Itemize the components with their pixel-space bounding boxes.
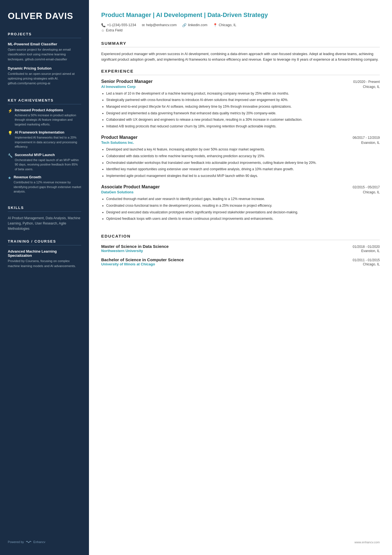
project-desc: Contributed to an open-source project ai… <box>8 71 81 86</box>
contact-row: 📞 +1-(234)-555-1234 ✉ help@enhancv.com 🔗… <box>101 23 380 27</box>
extra-field-text: Extra Field <box>106 28 123 32</box>
phone-icon: 📞 <box>101 23 106 27</box>
achievement-desc: Implemented AI frameworks that led to a … <box>15 135 81 149</box>
experience-title: EXPERIENCE <box>101 69 380 75</box>
star-extra-icon: ☆ <box>101 28 105 33</box>
edu-dates: 01/2018 - 01/2020 <box>353 245 380 249</box>
footer-url: www.enhancv.com <box>354 541 380 544</box>
exp-bullets: Conducted thorough market and user resea… <box>101 196 380 221</box>
summary-section: SUMMARY Experienced product manager with… <box>101 41 380 63</box>
edu-degree: Bachelor of Science in Computer Science <box>101 257 184 262</box>
achievement-title: Successful MVP Launch <box>15 153 81 157</box>
education-entry: Bachelor of Science in Computer Science … <box>101 257 380 266</box>
linkedin-icon: 🔗 <box>182 23 187 27</box>
contact-phone: 📞 +1-(234)-555-1234 <box>101 23 136 27</box>
edu-header: Bachelor of Science in Computer Science … <box>101 257 380 262</box>
achievements-title: KEY ACHIEVEMENTS <box>8 98 81 104</box>
training-section: TRAINING / COURSES Advanced Machine Lear… <box>8 239 81 272</box>
location-icon: 📍 <box>213 23 217 27</box>
edu-dates: 01/2011 - 01/2015 <box>353 258 380 262</box>
exp-header: Product Manager 06/2017 - 12/2019 <box>101 135 380 140</box>
list-item: Dynamic Pricing Solution Contributed to … <box>8 66 81 86</box>
list-item: Collaborated with data scientists to ref… <box>106 154 380 159</box>
exp-sub: DataGen Solutions Chicago, IL <box>101 190 380 194</box>
exp-sub: AI Innovations Corp Chicago, IL <box>101 85 380 89</box>
email-icon: ✉ <box>142 23 145 27</box>
exp-location: Evanston, IL <box>361 141 380 145</box>
resume-header: Product Manager | AI Development | Data-… <box>101 11 380 35</box>
edu-location: Chicago, IL <box>363 262 380 266</box>
training-title: TRAINING / COURSES <box>8 239 81 245</box>
list-item: 💡 AI Framework Implementation Implemente… <box>8 130 81 149</box>
edu-school: University of Illinois at Chicago <box>101 262 155 266</box>
contact-email: ✉ help@enhancv.com <box>142 23 177 27</box>
enhancv-logo-icon <box>26 540 32 544</box>
project-title: Dynamic Pricing Solution <box>8 66 81 70</box>
projects-title: PROJECTS <box>8 32 81 38</box>
main-footer: www.enhancv.com <box>101 535 380 544</box>
exp-sub: Tech Solutions Inc. Evanston, IL <box>101 140 380 145</box>
edu-school: Northwestern University <box>101 249 143 253</box>
skills-text: AI Product Management, Data Analysis, Ma… <box>8 216 81 232</box>
exp-bullets: Led a team of 10 in the development of a… <box>101 91 380 129</box>
exp-company: Tech Solutions Inc. <box>101 140 134 145</box>
contact-location: 📍 Chicago, IL <box>213 23 236 27</box>
email-text: help@enhancv.com <box>146 23 177 27</box>
exp-role: Senior Product Manager <box>101 79 153 84</box>
bulb-icon: 💡 <box>8 131 13 149</box>
sidebar: OLIVER DAVIS PROJECTS ML-Powered Email C… <box>0 0 89 555</box>
exp-header: Senior Product Manager 01/2020 - Present <box>101 79 380 84</box>
exp-location: Chicago, IL <box>363 85 380 89</box>
project-title: ML-Powered Email Classifier <box>8 42 81 46</box>
skills-title: SKILLS <box>8 206 81 212</box>
sidebar-footer: Powered by Enhancv <box>8 532 81 544</box>
professional-title: Product Manager | AI Development | Data-… <box>101 11 380 19</box>
candidate-name: OLIVER DAVIS <box>8 11 81 21</box>
linkedin-text: linkedin.com <box>188 23 207 27</box>
list-item: Led a team of 10 in the development of a… <box>106 91 380 96</box>
experience-section: EXPERIENCE Senior Product Manager 01/202… <box>101 69 380 228</box>
edu-sub: University of Illinois at Chicago Chicag… <box>101 262 380 266</box>
summary-title: SUMMARY <box>101 41 380 47</box>
project-desc: Open-source project for developing an em… <box>8 47 81 62</box>
phone-text: +1-(234)-555-1234 <box>107 23 136 27</box>
main-content: Product Manager | AI Development | Data-… <box>89 0 392 555</box>
skills-section: SKILLS AI Product Management, Data Analy… <box>8 206 81 232</box>
education-entry: Master of Science in Data Science 01/201… <box>101 244 380 253</box>
brand-name: Enhancv <box>33 540 45 544</box>
list-item: Coordinated cross-functional teams in th… <box>106 203 380 208</box>
list-item: Strategically partnered with cross-funct… <box>106 97 380 103</box>
exp-company: DataGen Solutions <box>101 190 133 194</box>
exp-role: Associate Product Manager <box>101 184 160 189</box>
list-item: Initiated A/B testing protocols that red… <box>106 124 380 129</box>
edu-location: Evanston, IL <box>361 249 380 253</box>
list-item: Developed and launched a key AI feature,… <box>106 147 380 152</box>
list-item: Collaborated with UX designers and engin… <box>106 117 380 122</box>
achievement-title: AI Framework Implementation <box>15 130 81 134</box>
exp-dates: 02/2015 - 05/2017 <box>353 185 380 189</box>
list-item: ML-Powered Email Classifier Open-source … <box>8 42 81 62</box>
list-item: Managed end-to-end project lifecycle for… <box>106 104 380 109</box>
contact-linkedin: 🔗 linkedin.com <box>182 23 207 27</box>
exp-role: Product Manager <box>101 135 138 140</box>
projects-section: PROJECTS ML-Powered Email Classifier Ope… <box>8 32 81 90</box>
list-item: Orchestrated stakeholder workshops that … <box>106 160 380 166</box>
list-item: Designed and executed data visualization… <box>106 210 380 215</box>
achievement-desc: Contributed to a 12% revenue increase by… <box>14 180 81 194</box>
edu-header: Master of Science in Data Science 01/201… <box>101 244 380 249</box>
powered-by-label: Powered by <box>8 540 24 544</box>
list-item: Advanced Machine Learning Specialization… <box>8 249 81 268</box>
list-item: ★ Revenue Growth Contributed to a 12% re… <box>8 175 81 194</box>
exp-dates: 06/2017 - 12/2019 <box>353 136 380 140</box>
achievement-title: Revenue Growth <box>14 175 81 179</box>
edu-sub: Northwestern University Evanston, IL <box>101 249 380 253</box>
experience-entry: Senior Product Manager 01/2020 - Present… <box>101 79 380 129</box>
education-title: EDUCATION <box>101 234 380 240</box>
exp-dates: 01/2020 - Present <box>353 80 380 84</box>
exp-company: AI Innovations Corp <box>101 85 136 89</box>
education-section: EDUCATION Master of Science in Data Scie… <box>101 234 380 271</box>
list-item: ⚡ Increased Product Adoptions Achieved a… <box>8 108 81 127</box>
projects-list: ML-Powered Email Classifier Open-source … <box>8 42 81 86</box>
extra-field-row: ☆ Extra Field <box>101 28 380 33</box>
experience-entry: Product Manager 06/2017 - 12/2019 Tech S… <box>101 135 380 178</box>
